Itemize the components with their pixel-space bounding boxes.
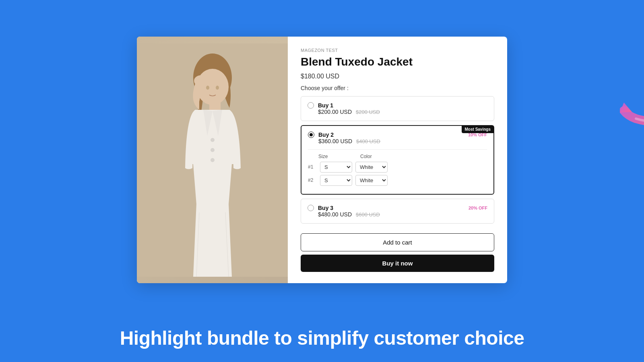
offer-discount-buy3: 20% OFF xyxy=(469,206,487,210)
offer-pricing-buy3: $480.00 USD $600 USD xyxy=(318,211,487,218)
offer-option-buy3[interactable]: Buy 3 20% OFF $480.00 USD $600 USD xyxy=(301,199,494,224)
svg-point-6 xyxy=(194,75,208,86)
brand-label: MAGEZON TEST xyxy=(301,48,494,53)
variant-color-select-1[interactable]: White Black Blue xyxy=(355,162,388,173)
bottom-tagline-section: Highlight bundle to simplify customer ch… xyxy=(0,316,644,362)
choose-offer-label: Choose your offer : xyxy=(301,85,494,91)
variant-color-select-2[interactable]: White Black Blue xyxy=(355,175,388,186)
svg-point-7 xyxy=(211,138,215,142)
variant-index-1: #1 xyxy=(308,164,317,170)
svg-point-9 xyxy=(211,158,215,162)
top-section: MAGEZON TEST Blend Tuxedo Jacket $180.00… xyxy=(0,0,644,316)
offer-name-buy1: Buy 1 xyxy=(318,102,333,109)
offer-name-buy2: Buy 2 xyxy=(318,132,334,138)
offer-pricing-buy2: $360.00 USD $400 USD xyxy=(318,138,487,144)
add-to-cart-button[interactable]: Add to cart xyxy=(301,233,494,251)
product-image xyxy=(137,37,288,283)
offer-original-price-buy2: $400 USD xyxy=(356,138,380,144)
tagline-text: Highlight bundle to simplify customer ch… xyxy=(0,327,644,349)
buy-now-button[interactable]: Buy it now xyxy=(301,255,494,272)
offer-radio-buy3[interactable] xyxy=(308,205,314,211)
arrow-decoration xyxy=(620,80,644,133)
offer-name-buy3: Buy 3 xyxy=(318,205,333,211)
offer-original-price-buy3: $600 USD xyxy=(356,212,380,218)
offer-option-buy1[interactable]: Buy 1 $200.00 USD $200 USD xyxy=(301,96,494,121)
variant-row-2: #2 XS S M L XL White Black Blue xyxy=(308,175,487,186)
size-column-header: Size xyxy=(308,154,360,159)
offer-price-buy2: $360.00 USD xyxy=(318,138,352,144)
offer-original-price-buy1: $200 USD xyxy=(356,109,380,115)
product-card: MAGEZON TEST Blend Tuxedo Jacket $180.00… xyxy=(137,37,507,283)
variant-index-2: #2 xyxy=(308,177,317,183)
offer-discount-buy2: 10% OFF xyxy=(468,132,487,137)
product-details-section: MAGEZON TEST Blend Tuxedo Jacket $180.00… xyxy=(288,37,507,283)
offer-price-buy1: $200.00 USD xyxy=(318,109,352,115)
svg-point-4 xyxy=(206,86,209,90)
offer-pricing-buy1: $200.00 USD $200 USD xyxy=(318,109,487,115)
offer-radio-buy2[interactable] xyxy=(308,132,314,138)
product-image-section xyxy=(137,37,288,283)
offer-option-buy2[interactable]: Most Savings Buy 2 10% OFF $360.00 USD $… xyxy=(301,125,494,195)
svg-point-5 xyxy=(216,86,219,90)
offer-radio-buy1[interactable] xyxy=(308,102,314,109)
product-price: $180.00 USD xyxy=(301,73,494,80)
offer-price-buy3: $480.00 USD xyxy=(318,211,352,218)
variant-row-1: #1 XS S M L XL White Black Blue xyxy=(308,162,487,173)
variant-size-select-1[interactable]: XS S M L XL xyxy=(320,162,352,173)
variant-size-select-2[interactable]: XS S M L XL xyxy=(320,175,352,186)
product-title: Blend Tuxedo Jacket xyxy=(301,55,494,69)
offer-variants-buy2: Size Color #1 XS S M L XL xyxy=(308,149,487,186)
svg-marker-10 xyxy=(620,103,632,113)
svg-point-8 xyxy=(211,148,215,152)
color-column-header: Color xyxy=(360,154,409,159)
